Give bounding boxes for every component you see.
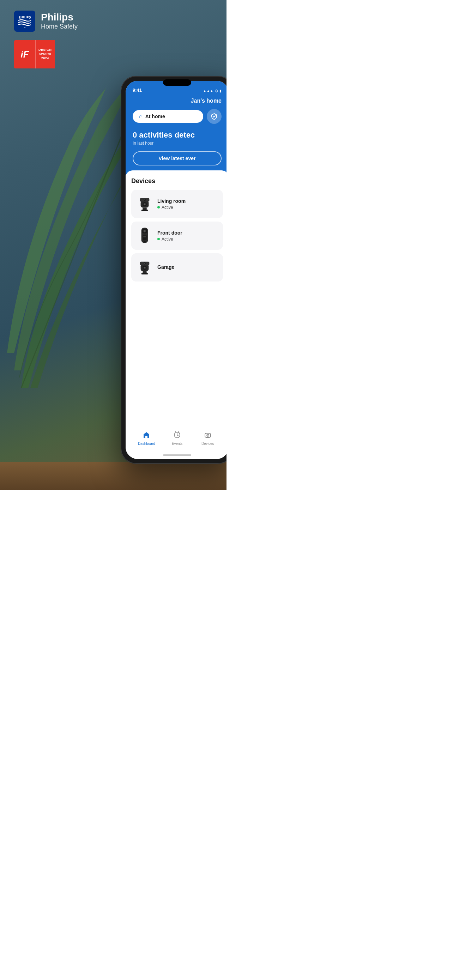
svg-rect-19 — [143, 235, 146, 237]
phone-mockup: 9:41 ▲▲▲ ⌬ ▮ Jan's home ⌂ At home — [121, 76, 227, 464]
at-home-label: At home — [145, 114, 165, 119]
brand-text-block: Philips Home Safety — [41, 12, 78, 30]
events-nav-icon — [173, 431, 181, 441]
devices-nav-icon — [204, 431, 212, 441]
device-status-front-door: Active — [157, 237, 217, 242]
phone-shell: 9:41 ▲▲▲ ⌬ ▮ Jan's home ⌂ At home — [121, 76, 227, 464]
device-image-front-door — [137, 226, 153, 245]
brand-row: PHILIPS ✦ ✦ ✦ Philips Home Safety — [14, 11, 78, 32]
svg-text:✦: ✦ — [19, 18, 21, 20]
status-dot-front-door — [157, 238, 160, 240]
devices-nav-label: Devices — [202, 442, 214, 445]
device-status-living-room: Active — [157, 205, 217, 210]
award-left: iF — [14, 40, 35, 68]
signal-icon: ▲▲▲ — [203, 89, 213, 93]
home-indicator — [131, 451, 223, 459]
award-design-label: DESIGN — [38, 48, 52, 52]
device-card-living-room[interactable]: Living room Active — [131, 190, 223, 218]
status-dot-living-room — [157, 206, 160, 208]
svg-text:✦: ✦ — [24, 27, 26, 29]
status-icons: ▲▲▲ ⌬ ▮ — [203, 89, 222, 93]
svg-point-13 — [144, 199, 145, 200]
philips-logo: PHILIPS ✦ ✦ ✦ — [14, 11, 35, 32]
award-award-label: AWARD — [39, 52, 51, 56]
phone-screen: 9:41 ▲▲▲ ⌬ ▮ Jan's home ⌂ At home — [126, 81, 227, 459]
device-card-garage[interactable]: Garage — [131, 253, 223, 282]
dashboard-nav-icon — [143, 431, 150, 441]
brand-subtitle: Home Safety — [41, 23, 78, 30]
status-text-living-room: Active — [162, 205, 173, 210]
ground-decoration — [0, 462, 227, 490]
activities-count: 0 activities detec — [133, 131, 222, 139]
at-home-button[interactable]: ⌂ At home — [133, 110, 203, 123]
svg-point-29 — [144, 263, 145, 264]
devices-heading: Devices — [131, 177, 223, 185]
wifi-icon: ⌬ — [215, 89, 218, 93]
dashboard-nav-label: Dashboard — [138, 442, 155, 445]
device-info-garage: Garage — [157, 264, 217, 271]
home-title: Jan's home — [133, 98, 222, 104]
battery-icon: ▮ — [219, 89, 222, 93]
app-header: Jan's home ⌂ At home 0 activities detec — [126, 95, 227, 175]
svg-point-8 — [144, 204, 145, 205]
home-mode-icon: ⌂ — [139, 113, 143, 119]
svg-point-33 — [207, 435, 208, 436]
svg-point-24 — [144, 267, 145, 269]
period-label: In last hour — [133, 141, 222, 146]
award-right: DESIGN AWARD 2024 — [35, 40, 55, 68]
nav-item-devices[interactable]: Devices — [192, 431, 223, 445]
device-name-front-door: Front door — [157, 230, 217, 235]
svg-text:✦: ✦ — [29, 18, 31, 20]
award-if-text: iF — [21, 50, 29, 59]
nav-item-events[interactable]: Events — [162, 431, 192, 445]
svg-point-20 — [144, 240, 146, 243]
device-name-garage: Garage — [157, 264, 217, 270]
status-text-front-door: Active — [162, 237, 173, 242]
award-badge: iF DESIGN AWARD 2024 — [14, 40, 60, 68]
award-year: 2024 — [41, 56, 49, 60]
header-area: PHILIPS ✦ ✦ ✦ Philips Home Safety iF DES… — [14, 11, 78, 68]
mode-row: ⌂ At home — [133, 109, 222, 124]
nav-item-dashboard[interactable]: Dashboard — [131, 431, 162, 445]
svg-rect-10 — [141, 210, 148, 211]
content-area: Devices — [126, 170, 227, 459]
svg-point-17 — [144, 231, 145, 232]
shield-button[interactable] — [207, 109, 222, 124]
device-image-living-room — [137, 195, 153, 213]
bottom-nav: Dashboard Events — [131, 428, 223, 451]
dynamic-island — [163, 80, 191, 86]
view-events-button[interactable]: View latest ever — [133, 151, 222, 165]
device-name-living-room: Living room — [157, 198, 217, 204]
home-bar — [163, 454, 191, 456]
device-info-living-room: Living room Active — [157, 198, 217, 210]
svg-rect-26 — [141, 273, 148, 274]
events-nav-label: Events — [172, 442, 183, 445]
status-time: 9:41 — [133, 88, 203, 93]
brand-name: Philips — [41, 12, 78, 23]
device-card-front-door[interactable]: Front door Active — [131, 221, 223, 250]
device-info-front-door: Front door Active — [157, 230, 217, 242]
device-image-garage — [137, 258, 153, 277]
